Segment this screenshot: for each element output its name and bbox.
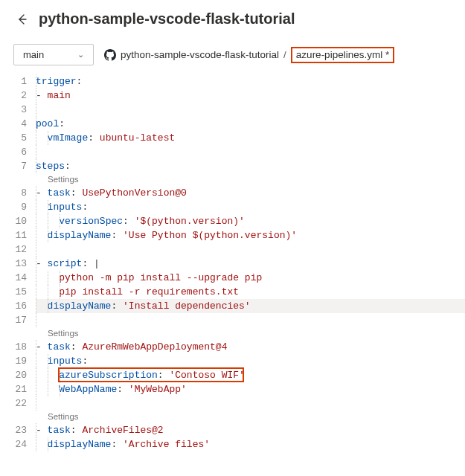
branch-selector[interactable]: main ⌄	[13, 44, 94, 65]
line-number: 7	[0, 159, 36, 173]
code-line[interactable]: python -m pip install --upgrade pip	[36, 271, 465, 285]
codelens-settings[interactable]: Settings	[36, 173, 465, 186]
line-number: 14	[0, 271, 36, 285]
breadcrumb-file: azure-pipelines.yml *	[291, 47, 394, 63]
line-number: 18	[0, 340, 36, 354]
line-number: 22	[0, 396, 36, 411]
line-number: 15	[0, 285, 36, 299]
code-line[interactable]: versionSpec: '$(python.version)'	[36, 214, 465, 228]
code-line[interactable]	[36, 242, 465, 257]
line-number: 23	[0, 423, 36, 437]
arrow-left-icon	[16, 13, 28, 25]
line-number: 24	[0, 437, 36, 451]
code-line[interactable]: - task: AzureRmWebAppDeployment@4	[36, 340, 465, 354]
codelens-settings[interactable]: Settings	[36, 411, 465, 423]
line-number: 1	[0, 74, 36, 89]
code-line[interactable]: - task: ArchiveFiles@2	[36, 423, 465, 437]
breadcrumb-separator: /	[283, 49, 286, 60]
code-line[interactable]: trigger:	[36, 74, 465, 89]
code-area[interactable]: trigger:- mainpool: vmImage: ubuntu-late…	[36, 74, 465, 451]
line-number: 20	[0, 368, 36, 382]
code-line[interactable]: inputs:	[36, 354, 465, 368]
code-line[interactable]: - script: |	[36, 257, 465, 271]
code-line[interactable]	[36, 145, 465, 159]
code-line[interactable]: azureSubscription: 'Contoso WIF'	[36, 368, 465, 382]
code-line[interactable]: vmImage: ubuntu-latest	[36, 131, 465, 145]
code-line[interactable]: displayName: 'Install dependencies'	[36, 299, 465, 313]
chevron-down-icon: ⌄	[77, 50, 84, 60]
line-number: 19	[0, 354, 36, 368]
line-number: 17	[0, 313, 36, 327]
code-line[interactable]	[36, 396, 465, 411]
code-line[interactable]: inputs:	[36, 200, 465, 214]
line-number: 12	[0, 242, 36, 257]
code-line[interactable]: steps:	[36, 159, 465, 173]
line-number: 4	[0, 117, 36, 131]
code-line[interactable]: WebAppName: 'MyWebApp'	[36, 382, 465, 396]
code-line[interactable]: displayName: 'Use Python $(python.versio…	[36, 228, 465, 242]
line-number: 21	[0, 382, 36, 396]
breadcrumb-repo[interactable]: python-sample-vscode-flask-tutorial	[121, 49, 279, 60]
code-line[interactable]	[36, 103, 465, 117]
code-line[interactable]: - task: UsePythonVersion@0	[36, 186, 465, 200]
page-title: python-sample-vscode-flask-tutorial	[39, 10, 295, 28]
line-number: 16	[0, 299, 36, 313]
code-editor[interactable]: 123456789101112131415161718192021222324 …	[0, 73, 465, 451]
github-icon	[104, 49, 116, 61]
line-number: 10	[0, 214, 36, 228]
line-number: 8	[0, 186, 36, 200]
code-line[interactable]: displayName: 'Archive files'	[36, 437, 465, 451]
code-line[interactable]: pip install -r requirements.txt	[36, 285, 465, 299]
line-number: 6	[0, 145, 36, 159]
line-number: 5	[0, 131, 36, 145]
line-number: 3	[0, 103, 36, 117]
back-button[interactable]	[13, 11, 30, 28]
branch-name: main	[23, 49, 44, 60]
line-number: 9	[0, 200, 36, 214]
codelens-settings[interactable]: Settings	[36, 327, 465, 340]
breadcrumb: python-sample-vscode-flask-tutorial / az…	[104, 47, 394, 63]
line-number: 2	[0, 89, 36, 103]
line-number: 13	[0, 257, 36, 271]
code-line[interactable]	[36, 313, 465, 327]
code-line[interactable]: pool:	[36, 117, 465, 131]
line-number-gutter: 123456789101112131415161718192021222324	[0, 74, 36, 451]
line-number: 11	[0, 228, 36, 242]
code-line[interactable]: - main	[36, 89, 465, 103]
